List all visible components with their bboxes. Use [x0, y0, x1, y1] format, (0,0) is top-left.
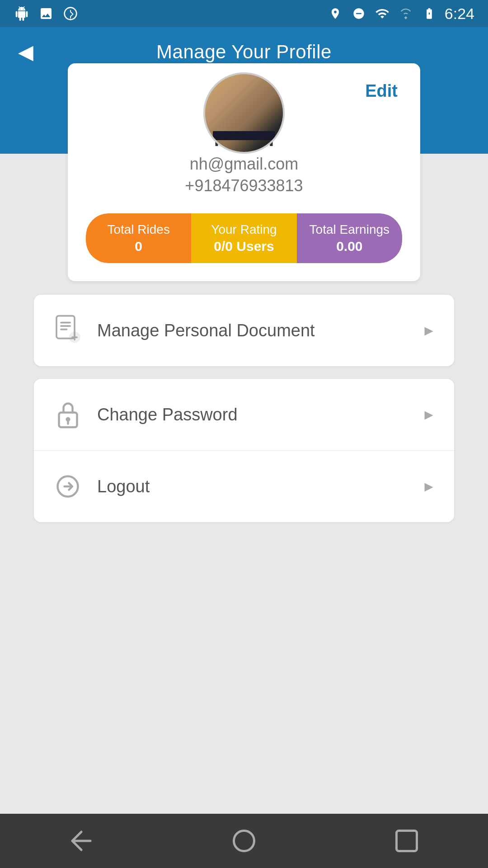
- rating-value: 0/0 Users: [214, 239, 274, 254]
- rides-value: 0: [135, 239, 142, 254]
- location-icon: [327, 5, 343, 22]
- logout-chevron: ►: [422, 478, 436, 495]
- nav-recents-button[interactable]: [393, 827, 420, 854]
- battery-icon: [421, 5, 437, 22]
- avatar-image: [205, 74, 283, 152]
- gallery-icon: [38, 5, 54, 22]
- logout-item[interactable]: Logout ►: [34, 450, 454, 522]
- edit-button[interactable]: Edit: [365, 81, 398, 101]
- rides-label: Total Rides: [107, 222, 170, 237]
- status-bar: 6:24: [0, 0, 488, 27]
- earnings-label: Total Earnings: [310, 222, 389, 237]
- lock-icon: [52, 399, 84, 430]
- status-icons-right: 6:24: [327, 5, 474, 23]
- rating-label: Your Rating: [211, 222, 277, 237]
- logout-label: Logout: [97, 477, 422, 496]
- dnd-icon: [351, 5, 367, 22]
- avatar-screen-decoration: [213, 131, 275, 141]
- android-icon: [14, 5, 30, 22]
- change-password-label: Change Password: [97, 405, 422, 425]
- status-icons-left: [14, 5, 79, 22]
- profile-phone: +918476933813: [185, 176, 303, 195]
- rating-stat: Your Rating 0/0 Users: [191, 213, 296, 263]
- manage-document-chevron: ►: [422, 322, 436, 339]
- back-button[interactable]: ◀: [18, 42, 33, 62]
- sync-icon: [62, 5, 79, 22]
- signal-icon: [398, 5, 414, 22]
- stats-row: Total Rides 0 Your Rating 0/0 Users Tota…: [86, 213, 402, 263]
- main-content: Edit Nh Sh nh@gmail.com +918476933813 To…: [0, 154, 488, 814]
- avatar-container: [203, 72, 285, 154]
- security-card: Change Password ► Logout ►: [34, 379, 454, 522]
- change-password-chevron: ►: [422, 406, 436, 423]
- nav-home-button[interactable]: [230, 827, 258, 854]
- page-title: Manage Your Profile: [156, 41, 332, 63]
- menu-section: Manage Personal Document ► Change Passwo…: [0, 281, 488, 535]
- manage-document-card: Manage Personal Document ►: [34, 295, 454, 366]
- wifi-icon: [374, 5, 390, 22]
- earnings-stat: Total Earnings 0.00: [297, 213, 402, 263]
- logout-icon: [52, 471, 84, 502]
- svg-point-7: [234, 831, 254, 851]
- document-icon: [52, 315, 84, 346]
- svg-rect-8: [397, 831, 417, 851]
- status-time: 6:24: [445, 5, 474, 23]
- earnings-value: 0.00: [336, 239, 362, 254]
- manage-document-item[interactable]: Manage Personal Document ►: [34, 295, 454, 366]
- nav-bar: [0, 814, 488, 868]
- total-rides-stat: Total Rides 0: [86, 213, 191, 263]
- profile-email: nh@gmail.com: [190, 155, 299, 174]
- avatar[interactable]: [203, 72, 285, 154]
- nav-back-button[interactable]: [68, 827, 95, 854]
- change-password-item[interactable]: Change Password ►: [34, 379, 454, 450]
- manage-document-label: Manage Personal Document: [97, 321, 422, 340]
